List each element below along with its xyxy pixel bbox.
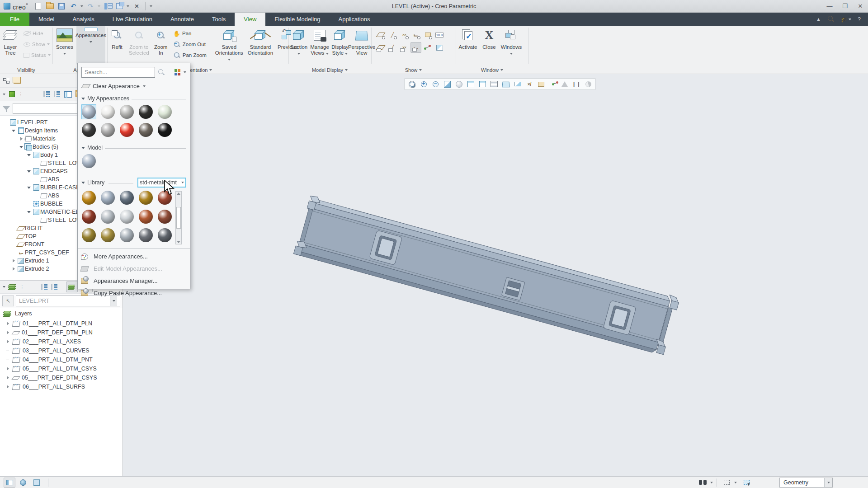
clear-appearance-item[interactable]: Clear Appearance (78, 80, 190, 93)
scroll-up-icon[interactable] (177, 192, 180, 195)
dimension-display-icon[interactable] (434, 29, 445, 40)
tree-expander[interactable] (26, 154, 32, 156)
layer-item[interactable]: 05___PRT_DEF_DTM_CSYS (0, 373, 123, 382)
appearance-swatch[interactable] (81, 209, 96, 224)
layer-expander[interactable] (5, 322, 10, 325)
ribbon-tab[interactable]: Tools (203, 13, 235, 26)
redo-dropdown[interactable] (97, 1, 101, 11)
ribbon-tab[interactable]: Live Simulation (104, 13, 161, 26)
layer-item[interactable]: 03___PRT_ALL_CURVES (0, 346, 123, 355)
appearance-swatch[interactable] (81, 228, 96, 243)
axis-display-icon[interactable] (387, 29, 398, 40)
appearances-menu-item[interactable]: Appearances Manager... (78, 275, 190, 287)
annotation-display-icon[interactable] (422, 29, 433, 40)
appearance-swatch[interactable] (119, 209, 134, 224)
tree-expander[interactable] (10, 259, 17, 263)
appearance-swatch[interactable] (100, 228, 115, 243)
scenes-button[interactable]: Scenes (53, 26, 76, 65)
ribbon-tab[interactable]: Flexible Modeling (265, 13, 329, 26)
collapse-layers-icon[interactable] (51, 284, 58, 290)
group-label-show[interactable]: Show (371, 66, 456, 74)
layer-expander[interactable] (5, 331, 10, 334)
appearances-menu-item[interactable]: Copy Paste Appearance... (78, 287, 190, 299)
point-display-icon[interactable] (399, 29, 410, 40)
save-button[interactable] (56, 1, 67, 11)
ribbon-tab[interactable]: File (0, 13, 29, 26)
scroll-thumb[interactable] (176, 207, 181, 229)
appearance-swatch[interactable] (100, 122, 115, 137)
my-appearances-header[interactable]: My Appearances (78, 93, 190, 103)
appearance-swatch[interactable] (81, 104, 96, 119)
layer-tree-button[interactable]: Layer Tree (0, 26, 21, 65)
tree-expander[interactable] (18, 146, 24, 148)
appearance-swatch[interactable] (100, 209, 115, 224)
tree-expander[interactable] (26, 187, 32, 189)
collapse-tree-icon[interactable] (54, 91, 61, 97)
navigator-toggle-button[interactable] (4, 478, 15, 488)
expand-tree-icon[interactable] (43, 91, 50, 97)
layer-item[interactable]: 05___PRT_ALL_DTM_CSYS (0, 364, 123, 373)
undo-dropdown[interactable] (80, 1, 84, 11)
appearance-swatch[interactable] (81, 154, 96, 169)
appearance-swatch[interactable] (119, 228, 134, 243)
new-file-button[interactable] (33, 1, 43, 11)
help-icon[interactable]: ? (858, 16, 861, 23)
tree-expander[interactable] (10, 267, 17, 271)
folder-browser-icon[interactable] (14, 78, 21, 84)
standard-orientation-button[interactable]: Standard Orientation (245, 26, 275, 65)
restore-button[interactable]: ❐ (837, 0, 853, 12)
appearance-swatch[interactable] (138, 122, 153, 137)
swatch-view-dropdown[interactable] (184, 71, 186, 73)
perspective-view-button[interactable]: Perspective View (349, 26, 374, 65)
grip-handle[interactable]: ⋮ (20, 285, 25, 290)
appearance-swatch[interactable] (119, 190, 134, 205)
layer-expander[interactable] (5, 340, 10, 343)
redo-button[interactable] (85, 1, 96, 11)
model-window-button[interactable] (31, 478, 42, 488)
layers-root[interactable]: Layers (0, 309, 32, 318)
layer-item[interactable]: 02___PRT_ALL_AXES (0, 337, 123, 346)
plane-tag-display-icon[interactable] (375, 42, 386, 53)
window-switch-dropdown[interactable] (126, 1, 130, 11)
zoom-to-selected-button[interactable]: Zoom to Selected (127, 26, 151, 65)
regenerate-button[interactable] (102, 1, 113, 11)
layer-expander[interactable] (5, 360, 10, 360)
model-tree-icon[interactable] (3, 78, 10, 84)
layer-item[interactable]: 04___PRT_ALL_DTM_PNT (0, 355, 123, 364)
appearance-swatch[interactable] (119, 122, 134, 137)
show-button[interactable]: Show (21, 39, 53, 50)
point-tag-display-icon[interactable] (399, 42, 410, 53)
layers-mode-dropdown[interactable] (3, 286, 5, 288)
layer-item[interactable]: 01___PRT_ALL_DTM_PLN (0, 319, 123, 328)
model-header[interactable]: Model (78, 142, 190, 152)
hide-button[interactable]: Hide (21, 28, 53, 39)
appearances-button[interactable]: Appearances (76, 26, 105, 65)
appearances-menu-item[interactable]: Edit Model Appearances... (78, 263, 190, 275)
layer-expander[interactable] (5, 385, 10, 389)
library-scrollbar[interactable] (175, 191, 182, 244)
appearance-swatch[interactable] (157, 122, 172, 137)
csys-display-icon[interactable] (410, 29, 421, 40)
collapse-ribbon-icon[interactable]: ▲ (816, 16, 821, 23)
select-items-button[interactable] (741, 478, 752, 488)
ribbon-tab[interactable]: Analysis (63, 13, 103, 26)
group-label-window[interactable]: Window (456, 66, 528, 74)
tree-expander[interactable] (26, 170, 32, 173)
close-window-button[interactable] (131, 1, 142, 11)
undo-button[interactable] (68, 1, 79, 11)
layer-expander[interactable] (5, 351, 10, 351)
tree-mode-dropdown[interactable] (3, 94, 5, 95)
appearance-swatch[interactable] (100, 190, 115, 205)
windows-button[interactable]: Windows (499, 26, 524, 65)
pan-zoom-button[interactable]: Pan Zoom (170, 50, 209, 61)
find-dropdown[interactable] (710, 482, 713, 483)
scroll-down-icon[interactable] (177, 241, 180, 243)
appearance-swatch[interactable] (81, 122, 96, 137)
appearance-swatch[interactable] (157, 104, 172, 119)
group-label-model-display[interactable]: Model Display (288, 66, 371, 74)
expand-layers-icon[interactable] (41, 284, 48, 290)
open-file-button[interactable] (44, 1, 55, 11)
manage-views-button[interactable]: Manage Views (309, 26, 330, 65)
tree-expander[interactable] (10, 130, 17, 132)
section-plane-icon[interactable] (434, 42, 445, 53)
